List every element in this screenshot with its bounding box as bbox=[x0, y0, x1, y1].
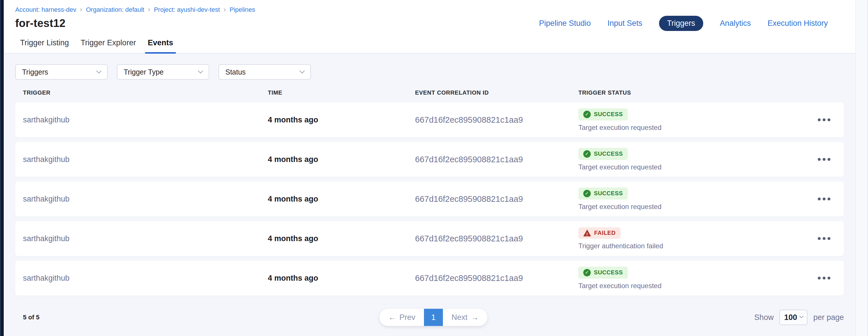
status-badge: ✓SUCCESS bbox=[578, 108, 628, 121]
success-check-icon: ✓ bbox=[583, 269, 591, 276]
breadcrumb-separator-icon: › bbox=[80, 6, 82, 13]
nav-item-triggers[interactable]: Triggers bbox=[659, 16, 703, 31]
more-options-icon bbox=[828, 158, 830, 161]
event-time: 4 months ago bbox=[268, 195, 415, 204]
filter-bar: TriggersTrigger TypeStatus bbox=[15, 64, 844, 80]
trigger-status-cell: !FAILEDTrigger authentication failed bbox=[578, 227, 805, 250]
more-options-button[interactable] bbox=[805, 192, 830, 206]
more-options-icon bbox=[823, 119, 826, 121]
trigger-status-cell: ✓SUCCESSTarget execution requested bbox=[578, 188, 805, 211]
next-page-button[interactable]: Next → bbox=[443, 309, 487, 326]
more-options-icon bbox=[828, 277, 830, 279]
column-header-2: TIME bbox=[268, 90, 415, 96]
more-options-button[interactable] bbox=[805, 231, 830, 246]
more-options-icon bbox=[818, 237, 820, 240]
main-area: Account: harness-dev›Organization: defau… bbox=[4, 0, 856, 336]
more-options-icon bbox=[818, 277, 820, 279]
scrollbar-track[interactable] bbox=[856, 0, 868, 336]
trigger-tabs: Trigger ListingTrigger ExplorerEvents bbox=[4, 35, 856, 54]
table-row: sarthakgithub4 months ago667d16f2ec89590… bbox=[15, 102, 844, 137]
breadcrumb-link-3[interactable]: Project: ayushi-dev-test bbox=[154, 6, 220, 13]
more-options-icon bbox=[818, 158, 820, 161]
column-header-1: TRIGGER bbox=[23, 90, 268, 96]
nav-item-pipeline-studio[interactable]: Pipeline Studio bbox=[539, 19, 591, 28]
events-table-body: sarthakgithub4 months ago667d16f2ec89590… bbox=[15, 102, 844, 300]
chevron-down-icon bbox=[96, 68, 101, 73]
status-message: Target execution requested bbox=[578, 282, 662, 290]
page-title: for-test12 bbox=[15, 17, 65, 30]
active-tab-underline bbox=[145, 52, 176, 54]
more-options-icon bbox=[823, 158, 826, 161]
event-correlation-id: 667d16f2ec895908821c1aa9 bbox=[415, 273, 578, 283]
status-badge: ✓SUCCESS bbox=[578, 188, 628, 200]
breadcrumb-link-2[interactable]: Organization: default bbox=[86, 6, 144, 13]
trigger-status-cell: ✓SUCCESSTarget execution requested bbox=[578, 148, 805, 171]
more-options-icon bbox=[823, 198, 826, 200]
page-size-value: 100 bbox=[784, 313, 797, 322]
more-options-button[interactable] bbox=[805, 152, 830, 167]
status-badge: ✓SUCCESS bbox=[578, 148, 628, 160]
filter-select-label: Triggers bbox=[22, 68, 48, 76]
status-message: Target execution requested bbox=[578, 203, 662, 211]
status-message: Target execution requested bbox=[578, 163, 662, 171]
trigger-status-cell: ✓SUCCESSTarget execution requested bbox=[578, 108, 805, 132]
event-correlation-id: 667d16f2ec895908821c1aa9 bbox=[415, 234, 578, 243]
status-message: Target execution requested bbox=[578, 124, 662, 132]
column-header-4: TRIGGER STATUS bbox=[578, 90, 805, 96]
nav-item-analytics[interactable]: Analytics bbox=[720, 19, 751, 28]
events-content: TriggersTrigger TypeStatus TRIGGERTIMEEV… bbox=[4, 54, 856, 336]
table-row: sarthakgithub4 months ago667d16f2ec89590… bbox=[15, 221, 844, 256]
breadcrumb-link-1[interactable]: Account: harness-dev bbox=[15, 6, 76, 13]
filter-select-triggers[interactable]: Triggers bbox=[15, 64, 107, 80]
next-label: Next bbox=[452, 313, 468, 322]
breadcrumb-separator-icon: › bbox=[224, 6, 226, 13]
event-correlation-id: 667d16f2ec895908821c1aa9 bbox=[415, 155, 578, 164]
tab-events[interactable]: Events bbox=[147, 35, 174, 53]
trigger-name: sarthakgithub bbox=[23, 274, 268, 283]
trigger-name: sarthakgithub bbox=[23, 195, 268, 204]
table-row: sarthakgithub4 months ago667d16f2ec89590… bbox=[15, 261, 844, 296]
filter-select-status[interactable]: Status bbox=[218, 64, 311, 80]
pagination: ← Prev 1 Next → bbox=[379, 309, 487, 326]
more-options-icon bbox=[828, 119, 830, 121]
more-options-icon bbox=[818, 198, 820, 200]
status-badge-label: FAILED bbox=[594, 230, 616, 236]
more-options-icon bbox=[823, 277, 826, 279]
status-badge-label: SUCCESS bbox=[594, 150, 623, 157]
trigger-name: sarthakgithub bbox=[23, 234, 268, 243]
more-options-icon bbox=[828, 237, 830, 240]
next-arrow-icon: → bbox=[471, 313, 479, 322]
breadcrumb-link-4[interactable]: Pipelines bbox=[229, 6, 255, 13]
filter-select-trigger-type[interactable]: Trigger Type bbox=[117, 64, 209, 80]
status-badge: ✓SUCCESS bbox=[578, 267, 628, 279]
success-check-icon: ✓ bbox=[583, 190, 591, 197]
tab-trigger-listing[interactable]: Trigger Listing bbox=[20, 35, 69, 53]
pipeline-top-nav: Pipeline StudioInput SetsTriggersAnalyti… bbox=[539, 16, 839, 31]
event-correlation-id: 667d16f2ec895908821c1aa9 bbox=[415, 194, 578, 204]
page-size-select[interactable]: 100 bbox=[779, 310, 807, 325]
event-time: 4 months ago bbox=[268, 274, 415, 283]
event-correlation-id: 667d16f2ec895908821c1aa9 bbox=[415, 115, 578, 125]
collapsed-sidebar-edge[interactable] bbox=[0, 0, 4, 336]
filter-select-label: Status bbox=[225, 68, 246, 76]
event-time: 4 months ago bbox=[268, 155, 415, 164]
nav-item-execution-history[interactable]: Execution History bbox=[768, 19, 828, 28]
table-row: sarthakgithub4 months ago667d16f2ec89590… bbox=[15, 181, 844, 216]
more-options-button[interactable] bbox=[805, 113, 830, 127]
chevron-down-icon bbox=[299, 68, 305, 73]
show-label: Show bbox=[754, 313, 774, 322]
trigger-name: sarthakgithub bbox=[23, 155, 268, 164]
page-1-button[interactable]: 1 bbox=[424, 309, 443, 326]
app-root: Account: harness-dev›Organization: defau… bbox=[0, 0, 868, 336]
nav-item-input-sets[interactable]: Input Sets bbox=[608, 19, 642, 28]
status-message: Trigger authentication failed bbox=[578, 242, 663, 250]
status-badge-label: SUCCESS bbox=[594, 111, 623, 117]
more-options-icon bbox=[828, 198, 830, 200]
chevron-down-icon bbox=[799, 314, 803, 318]
chevron-down-icon bbox=[198, 68, 203, 73]
tab-trigger-explorer[interactable]: Trigger Explorer bbox=[80, 35, 136, 53]
more-options-button[interactable] bbox=[805, 271, 830, 285]
prev-page-button[interactable]: ← Prev bbox=[379, 309, 424, 326]
trigger-name: sarthakgithub bbox=[23, 115, 268, 125]
prev-arrow-icon: ← bbox=[388, 313, 396, 322]
